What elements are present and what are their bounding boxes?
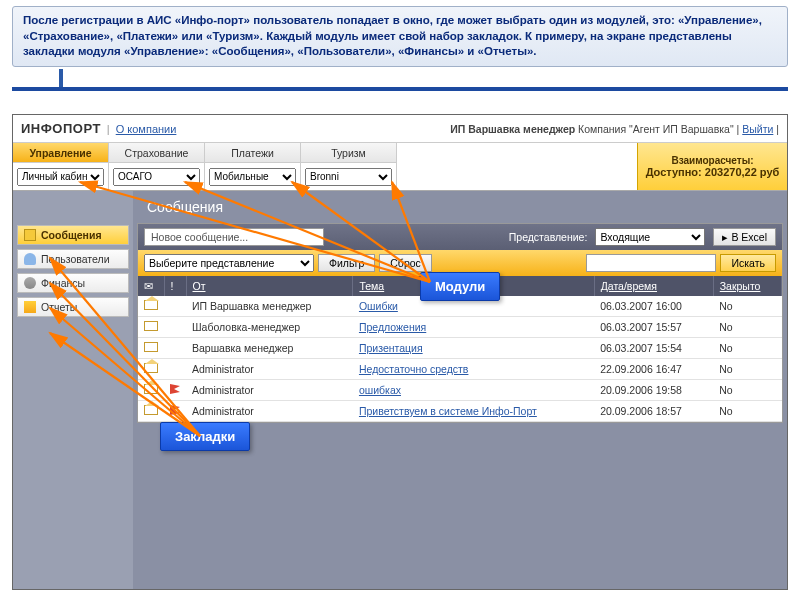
module-select[interactable]: Мобильные	[209, 168, 296, 186]
module-label: Платежи	[205, 143, 300, 163]
table-row[interactable]: AdministratorПриветствуем в системе Инфо…	[138, 401, 782, 422]
cell-from: ИП Варшавка менеджер	[186, 296, 353, 317]
cell-from: Administrator	[186, 359, 353, 380]
table-row[interactable]: AdministratorНедостаточно средств22.09.2…	[138, 359, 782, 380]
module-row: УправлениеЛичный кабинетСтрахованиеОСАГО…	[13, 143, 787, 191]
module-select[interactable]: ОСАГО	[113, 168, 200, 186]
cell-from: Шаболовка-менеджер	[186, 317, 353, 338]
cell-datetime: 06.03.2007 15:57	[594, 317, 713, 338]
table-row[interactable]: Варшавка менеджерПризентация06.03.2007 1…	[138, 338, 782, 359]
sidebar-item-1[interactable]: Пользователи	[17, 249, 129, 269]
cell-closed: No	[713, 317, 781, 338]
reset-button[interactable]: Сброс	[379, 254, 432, 272]
mail-icon	[144, 363, 158, 373]
filter-button[interactable]: Фильтр	[318, 254, 375, 272]
sidebar-label: Отчеты	[41, 301, 77, 313]
col-closed[interactable]: Закрыто	[713, 276, 781, 296]
cell-subject: Недостаточно средств	[353, 359, 594, 380]
sidebar-item-0[interactable]: Сообщения	[17, 225, 129, 245]
module-tab-3[interactable]: ТуризмBronni	[301, 143, 397, 190]
subject-link[interactable]: Призентация	[359, 342, 423, 354]
callout-modules: Модули	[420, 272, 500, 301]
cell-from: Administrator	[186, 380, 353, 401]
ico-fin-icon	[24, 277, 36, 289]
sidebar: СообщенияПользователиФинансыОтчеты	[13, 191, 133, 589]
cell-datetime: 06.03.2007 15:54	[594, 338, 713, 359]
subject-link[interactable]: Ошибки	[359, 300, 398, 312]
cell-datetime: 20.09.2006 18:57	[594, 401, 713, 422]
topbar: ИНФОПОРТ | О компании ИП Варшавка менедж…	[13, 115, 787, 143]
cell-from: Варшавка менеджер	[186, 338, 353, 359]
decorative-bars	[12, 69, 788, 91]
balance-box: Взаиморасчеты: Доступно: 203270,22 руб	[637, 143, 787, 190]
search-input[interactable]	[586, 254, 716, 272]
cell-subject: Призентация	[353, 338, 594, 359]
messages-panel: Новое сообщение... Представление: Входящ…	[137, 223, 783, 423]
cell-datetime: 22.09.2006 16:47	[594, 359, 713, 380]
cell-closed: No	[713, 296, 781, 317]
table-row[interactable]: Administratorошибках20.09.2006 19:58No	[138, 380, 782, 401]
module-tab-0[interactable]: УправлениеЛичный кабинет	[13, 143, 109, 190]
module-label: Страхование	[109, 143, 204, 163]
subject-link[interactable]: Приветствуем в системе Инфо-Порт	[359, 405, 537, 417]
app-frame: ИНФОПОРТ | О компании ИП Варшавка менедж…	[12, 114, 788, 590]
cell-closed: No	[713, 359, 781, 380]
content: Сообщения Новое сообщение... Представлен…	[133, 191, 787, 589]
module-label: Туризм	[301, 143, 396, 163]
sidebar-item-2[interactable]: Финансы	[17, 273, 129, 293]
toolbar-primary: Новое сообщение... Представление: Входящ…	[138, 224, 782, 250]
search-button[interactable]: Искать	[720, 254, 776, 272]
cell-closed: No	[713, 380, 781, 401]
module-label: Управление	[13, 143, 108, 163]
mail-icon	[144, 321, 158, 331]
subject-link[interactable]: Недостаточно средств	[359, 363, 469, 375]
logo: ИНФОПОРТ	[21, 121, 101, 136]
description-box: После регистрации в АИС «Инфо-порт» поль…	[12, 6, 788, 67]
col-flag[interactable]: !	[164, 276, 186, 296]
cell-subject: Приветствуем в системе Инфо-Порт	[353, 401, 594, 422]
topbar-right: ИП Варшавка менеджер Компания "Агент ИП …	[450, 123, 779, 135]
cell-datetime: 06.03.2007 16:00	[594, 296, 713, 317]
cell-subject: ошибках	[353, 380, 594, 401]
col-from[interactable]: От	[186, 276, 353, 296]
cell-from: Administrator	[186, 401, 353, 422]
view-select[interactable]: Входящие	[595, 228, 705, 246]
ico-msg-icon	[24, 229, 36, 241]
sidebar-label: Пользователи	[41, 253, 110, 265]
sidebar-item-3[interactable]: Отчеты	[17, 297, 129, 317]
module-tab-1[interactable]: СтрахованиеОСАГО	[109, 143, 205, 190]
excel-button[interactable]: ▸В Excel	[713, 228, 776, 246]
cell-closed: No	[713, 401, 781, 422]
sidebar-label: Финансы	[41, 277, 85, 289]
mail-icon	[144, 384, 158, 394]
col-icon[interactable]: ✉	[138, 276, 164, 296]
cell-closed: No	[713, 338, 781, 359]
table-row[interactable]: Шаболовка-менеджерПредложения06.03.2007 …	[138, 317, 782, 338]
view-label: Представление:	[509, 231, 588, 243]
section-title: Сообщения	[137, 195, 783, 223]
cell-subject: Предложения	[353, 317, 594, 338]
logout-link[interactable]: Выйти	[742, 123, 773, 135]
module-select[interactable]: Личный кабинет	[17, 168, 104, 186]
sidebar-label: Сообщения	[41, 229, 102, 241]
flag-icon	[170, 405, 180, 415]
subject-link[interactable]: ошибках	[359, 384, 401, 396]
ico-user-icon	[24, 253, 36, 265]
arrow-icon: ▸	[722, 231, 728, 243]
new-message-input[interactable]: Новое сообщение...	[144, 228, 324, 246]
module-select[interactable]: Bronni	[305, 168, 392, 186]
cell-datetime: 20.09.2006 19:58	[594, 380, 713, 401]
mail-icon	[144, 342, 158, 352]
representation-select[interactable]: Выберите представление	[144, 254, 314, 272]
subject-link[interactable]: Предложения	[359, 321, 426, 333]
mail-icon	[144, 300, 158, 310]
mail-icon	[144, 405, 158, 415]
col-datetime[interactable]: Дата/время	[594, 276, 713, 296]
flag-icon	[170, 384, 180, 394]
ico-rep-icon	[24, 301, 36, 313]
module-tab-2[interactable]: ПлатежиМобильные	[205, 143, 301, 190]
callout-tabs: Закладки	[160, 422, 250, 451]
about-link[interactable]: О компании	[116, 123, 177, 135]
